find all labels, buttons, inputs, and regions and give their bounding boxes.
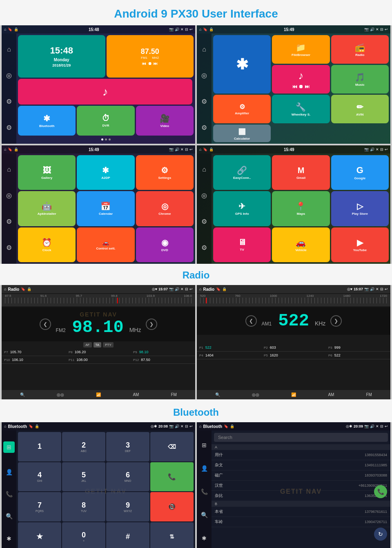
gmail-tile[interactable]: M Gmail xyxy=(272,155,330,190)
nav-loc-s1[interactable]: ◎ xyxy=(6,71,12,79)
nav-home-s2[interactable]: ⌂ xyxy=(202,46,206,53)
dial-call[interactable]: 📞 xyxy=(150,462,194,492)
a2dp-tile[interactable]: ✱ A2DP xyxy=(77,155,134,190)
nav-home-s3[interactable]: ⌂ xyxy=(7,166,11,173)
am-preset-p5[interactable]: P5 1620 xyxy=(261,352,326,359)
maps-tile[interactable]: 📍 Maps xyxy=(272,191,330,226)
bt-tile-s1[interactable]: ✱ Bluetooth xyxy=(18,106,76,136)
control-tile[interactable]: 🚗 Control sett. xyxy=(77,227,134,262)
nav-tune-s2[interactable]: ⚙ xyxy=(201,98,207,105)
preset-p7[interactable]: P7 105.70 xyxy=(2,348,66,356)
tv-tile[interactable]: 🖥 TV xyxy=(213,227,271,262)
music-tile-s1[interactable]: ♪ xyxy=(18,79,192,105)
easyconn-tile[interactable]: 🔗 EasyConn.. xyxy=(213,155,271,190)
dial-backspace[interactable]: ⌫ xyxy=(150,432,194,461)
next-btn-am[interactable]: ❯ xyxy=(330,315,342,327)
bt-nav-dialpad2[interactable]: ⊞ xyxy=(202,442,207,448)
scan-icon-am[interactable]: ◎◎ xyxy=(252,392,259,397)
bt-nav-history[interactable]: 📞 xyxy=(6,491,13,497)
nav-home-s4[interactable]: ⌂ xyxy=(202,166,206,173)
dial-hash[interactable]: # xyxy=(106,522,149,548)
nav-loc-s2[interactable]: ◎ xyxy=(201,71,207,79)
bt-nav-dialpad[interactable]: ⊞ xyxy=(3,441,15,453)
video-tile-s1[interactable]: 🎥 Video xyxy=(136,106,194,136)
music-tile-s2[interactable]: 🎵 Music xyxy=(331,65,389,94)
dial-4[interactable]: 4GHI xyxy=(18,462,61,492)
fm-btn-am[interactable]: FM xyxy=(366,392,372,397)
am-preset-p2[interactable]: P2 603 xyxy=(261,344,326,352)
contact-2[interactable]: 杂文 13491111985 xyxy=(212,460,390,470)
dial-1[interactable]: 1 xyxy=(18,432,61,461)
dvd-tile[interactable]: ◉ DVD xyxy=(136,227,194,262)
nav-loc-s4[interactable]: ◎ xyxy=(201,192,207,199)
bt-nav-contacts[interactable]: 👤 xyxy=(6,469,13,475)
dial-star[interactable]: ★ xyxy=(18,522,61,548)
clock-tile[interactable]: 15:48 Monday 2018/01/29 xyxy=(18,35,105,78)
nav-tune-s3[interactable]: ⚙ xyxy=(6,218,12,225)
chrome-tile[interactable]: ◎ Chrome xyxy=(136,191,194,226)
bt-nav-search2[interactable]: 🔍 xyxy=(201,512,208,518)
amp-tile[interactable]: ⚙ Amplifier xyxy=(213,95,271,123)
music2-tile[interactable]: ♪ ⏮⏺⏭ xyxy=(272,65,330,94)
am-btn-fm[interactable]: AM xyxy=(133,392,139,397)
avin-tile[interactable]: ✏ AVIN xyxy=(331,95,389,123)
bt-nav-bt2[interactable]: ✱ xyxy=(202,535,207,541)
nav-settings-s4[interactable]: ⚙ xyxy=(201,244,207,252)
dial-2[interactable]: 2ABC xyxy=(62,432,105,461)
scan-icon-fm[interactable]: ◎◎ xyxy=(57,392,64,397)
am-preset-p6[interactable]: P6 522 xyxy=(326,352,390,359)
dial-swap[interactable]: ⇅ xyxy=(150,522,194,548)
contact-3[interactable]: 磁广 18393703088 xyxy=(212,470,390,481)
dvr-tile-s1[interactable]: ⏱ DVR xyxy=(77,106,134,136)
antenna-icon-am[interactable]: 📶 xyxy=(291,392,296,397)
preset-p9[interactable]: P9 98.10 xyxy=(131,348,195,356)
nav-tune-s1[interactable]: ⚙ xyxy=(6,98,12,105)
next-btn-fm[interactable]: ❯ xyxy=(146,319,157,330)
pty-tag[interactable]: PTY xyxy=(103,342,114,348)
nav-home-s1[interactable]: ⌂ xyxy=(7,46,11,53)
nav-loc-s3[interactable]: ◎ xyxy=(6,192,12,199)
contact-7[interactable]: 车岭 13904726711 xyxy=(212,517,390,527)
ta-tag[interactable]: TA xyxy=(94,342,102,348)
am-btn-am[interactable]: AM xyxy=(328,392,334,397)
vehicle-tile[interactable]: 🚗 Vehicle xyxy=(272,227,330,262)
google-tile[interactable]: G Google xyxy=(331,155,389,190)
bt-big-tile-s2[interactable]: ✱ xyxy=(213,35,271,94)
radio-tile-s2[interactable]: 📻 Radio xyxy=(331,35,389,64)
preset-p12[interactable]: P12 87.50 xyxy=(131,356,195,364)
nav-settings-s2[interactable]: ⚙ xyxy=(201,124,207,131)
nav-tune-s4[interactable]: ⚙ xyxy=(201,218,207,225)
dial-6[interactable]: 6MNO xyxy=(106,462,149,492)
dial-3[interactable]: 3DEF xyxy=(106,432,149,461)
search-icon-fm[interactable]: 🔍 xyxy=(20,392,25,397)
dial-hangup[interactable]: 📵 xyxy=(150,492,194,521)
prev-btn-fm[interactable]: ❮ xyxy=(40,319,51,330)
bt-nav-search[interactable]: 🔍 xyxy=(6,513,13,519)
calc-tile[interactable]: ▦ Calculator xyxy=(213,125,271,142)
preset-p10[interactable]: P10 106.10 xyxy=(2,356,66,364)
apk-tile[interactable]: 🤖 ApkInstaller xyxy=(18,191,76,226)
am-preset-p1[interactable]: P1 522 xyxy=(197,344,261,352)
antenna-icon-fm[interactable]: 📶 xyxy=(96,392,101,397)
contact-1[interactable]: 用什 13891558434 xyxy=(212,450,390,460)
filebrowser-tile[interactable]: 📁 FileBrowser xyxy=(272,35,330,64)
dial-7[interactable]: 7PQRS xyxy=(18,492,61,521)
clock-tile-s3[interactable]: ⏰ Clock xyxy=(18,227,76,262)
preset-p8[interactable]: P8 106.20 xyxy=(66,348,131,356)
nav-settings-s3[interactable]: ⚙ xyxy=(6,244,12,252)
dial-8[interactable]: 8TUV xyxy=(62,492,105,521)
radio-tile[interactable]: 87.50 FM1 MHZ ⏮⏺⏭ xyxy=(107,35,194,78)
bt-nav-contacts2[interactable]: 👤 xyxy=(201,465,208,472)
refresh-btn-contacts[interactable]: ↻ xyxy=(374,528,387,541)
youtube-tile[interactable]: ▶ YouTube xyxy=(331,227,389,262)
prev-btn-am[interactable]: ❮ xyxy=(245,315,257,327)
dial-5[interactable]: 5JKL xyxy=(62,462,105,492)
preset-p11[interactable]: P11 108.00 xyxy=(66,356,131,364)
search-icon-am[interactable]: 🔍 xyxy=(215,392,220,397)
playstore-tile[interactable]: ▷ Play Store xyxy=(331,191,389,226)
am-preset-p3[interactable]: P3 999 xyxy=(326,344,390,352)
search-box-bt[interactable]: Search xyxy=(214,433,388,442)
bt-nav-bt[interactable]: ✱ xyxy=(7,535,11,542)
calendar-tile[interactable]: 📅 Calendar xyxy=(77,191,134,226)
gallery-tile[interactable]: 🖼 Gallery xyxy=(18,155,76,190)
